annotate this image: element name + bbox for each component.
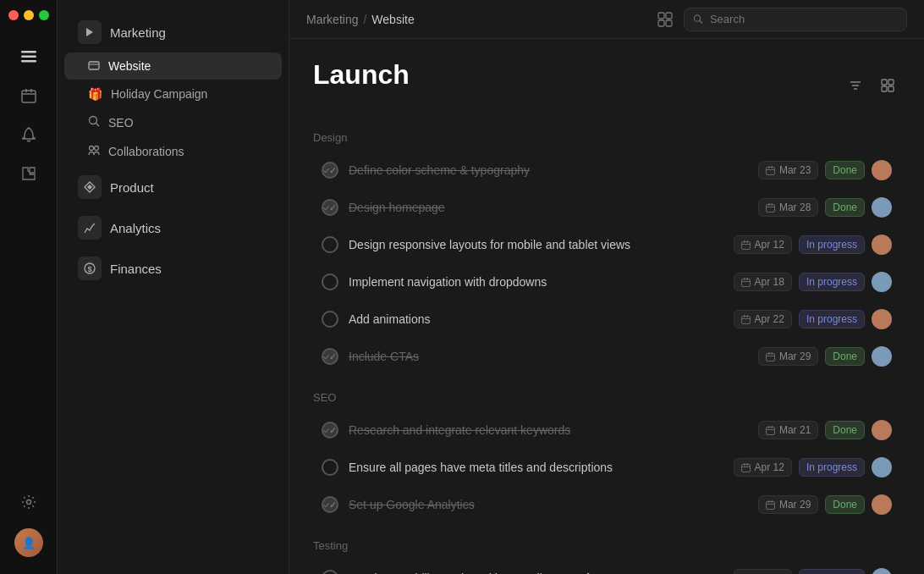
calendar-small-icon [766, 500, 775, 510]
svg-rect-35 [771, 166, 773, 168]
svg-rect-31 [888, 86, 894, 91]
svg-rect-56 [766, 427, 774, 434]
svg-rect-59 [771, 426, 773, 428]
task-row[interactable]: Implement navigation with dropdowns Apr … [313, 264, 900, 300]
settings-icon[interactable] [13, 486, 45, 518]
sidebar-item-holiday-campaign[interactable]: 🎁 Holiday Campaign [64, 80, 282, 108]
search-input[interactable] [710, 13, 898, 25]
breadcrumb: Marketing / Website [306, 13, 415, 26]
puzzle-icon[interactable] [13, 157, 45, 190]
list-view-icon[interactable] [13, 41, 45, 73]
task-checkbox[interactable] [322, 459, 338, 476]
svg-rect-42 [744, 240, 745, 243]
task-name: Design homepage [349, 201, 758, 214]
task-status-badge: In progress [799, 235, 865, 254]
task-row[interactable]: Design homepage Mar 28Done [313, 190, 900, 225]
grid-view-icon[interactable] [875, 73, 900, 98]
minimize-button[interactable] [24, 10, 34, 20]
svg-rect-48 [741, 316, 750, 323]
task-avatar [872, 235, 892, 255]
svg-point-14 [95, 146, 99, 151]
page-title-row: Launch [313, 59, 900, 111]
svg-rect-52 [766, 353, 774, 361]
task-status-badge: Done [825, 198, 865, 217]
search-bar[interactable] [684, 8, 907, 31]
task-row[interactable]: Define color scheme & typography Mar 23D… [313, 152, 900, 188]
breadcrumb-parent[interactable]: Marketing [306, 13, 358, 26]
task-row[interactable]: Ensure all pages have meta titles and de… [313, 450, 900, 485]
calendar-small-icon [766, 166, 775, 175]
sidebar-group-product[interactable]: Product [64, 168, 282, 206]
svg-point-11 [90, 117, 97, 124]
section-testing: TestingConduct usability testing with a … [313, 539, 900, 574]
task-name: Research and integrate relevant keywords [349, 423, 758, 437]
svg-point-19 [694, 15, 700, 21]
sidebar-group-analytics[interactable]: Analytics [64, 209, 282, 246]
maximize-button[interactable] [39, 10, 49, 20]
calendar-small-icon [741, 463, 751, 472]
sidebar-group-marketing[interactable]: Marketing [64, 14, 282, 51]
task-meta: Apr 12In progress [734, 457, 892, 477]
task-status-badge: Done [825, 421, 865, 439]
calendar-icon[interactable] [13, 80, 45, 112]
task-checkbox[interactable] [322, 496, 338, 513]
analytics-group-icon [78, 216, 102, 240]
task-checkbox[interactable] [322, 236, 338, 253]
svg-rect-39 [771, 203, 773, 206]
calendar-small-icon [741, 278, 751, 287]
task-row[interactable]: Set up Google Analytics Mar 29Done [313, 487, 900, 522]
svg-rect-6 [30, 89, 32, 92]
product-group-icon [78, 175, 102, 199]
svg-rect-55 [771, 352, 773, 355]
website-label: Website [108, 59, 151, 73]
task-avatar [872, 420, 892, 440]
sidebar-item-seo[interactable]: SEO [64, 108, 282, 136]
marketing-label: Marketing [110, 25, 166, 40]
svg-rect-54 [768, 352, 770, 355]
traffic-lights [8, 10, 49, 20]
task-name: Design responsive layouts for mobile and… [349, 238, 734, 251]
svg-rect-38 [768, 203, 770, 206]
svg-line-20 [700, 20, 702, 23]
task-checkbox[interactable] [322, 570, 338, 574]
task-checkbox[interactable] [322, 348, 338, 365]
task-row[interactable]: Add animations Apr 22In progress [313, 301, 900, 337]
task-checkbox[interactable] [322, 273, 338, 290]
close-button[interactable] [8, 10, 19, 20]
task-date: Apr 12 [734, 458, 792, 477]
task-row[interactable]: Conduct usability testing with a small g… [313, 560, 900, 574]
svg-rect-30 [882, 86, 887, 91]
bell-icon[interactable] [13, 119, 45, 151]
sidebar-item-website[interactable]: Website [64, 52, 282, 80]
product-label: Product [110, 180, 154, 195]
analytics-label: Analytics [110, 221, 161, 235]
seo-icon [88, 115, 100, 130]
task-checkbox[interactable] [322, 199, 338, 216]
sidebar-group-finances[interactable]: $ Finances [64, 250, 282, 287]
filter-icon[interactable] [843, 73, 868, 98]
task-avatar [872, 494, 892, 515]
sidebar-item-collaborations[interactable]: Collaborations [64, 137, 282, 165]
search-icon [693, 14, 703, 25]
task-avatar [872, 272, 892, 292]
task-checkbox[interactable] [322, 422, 338, 439]
svg-rect-2 [21, 60, 36, 63]
svg-rect-1 [21, 56, 36, 58]
task-date: Mar 21 [758, 421, 818, 439]
finances-group-icon: $ [78, 257, 102, 280]
task-row[interactable]: Research and integrate relevant keywords… [313, 412, 900, 448]
layout-toggle-icon[interactable] [652, 6, 679, 33]
user-avatar[interactable]: 👤 [14, 528, 43, 557]
task-checkbox[interactable] [322, 162, 338, 179]
sidebar-section-finances: $ Finances [58, 250, 289, 287]
svg-rect-66 [768, 500, 770, 503]
task-row[interactable]: Design responsive layouts for mobile and… [313, 227, 900, 262]
task-status-badge: Done [825, 347, 865, 366]
title-actions [843, 73, 900, 98]
task-checkbox[interactable] [322, 311, 338, 328]
task-row[interactable]: Include CTAs Mar 29Done [313, 339, 900, 374]
task-name: Implement navigation with dropdowns [349, 275, 734, 289]
svg-point-13 [90, 146, 94, 151]
svg-marker-8 [86, 28, 93, 36]
svg-rect-21 [658, 13, 664, 19]
